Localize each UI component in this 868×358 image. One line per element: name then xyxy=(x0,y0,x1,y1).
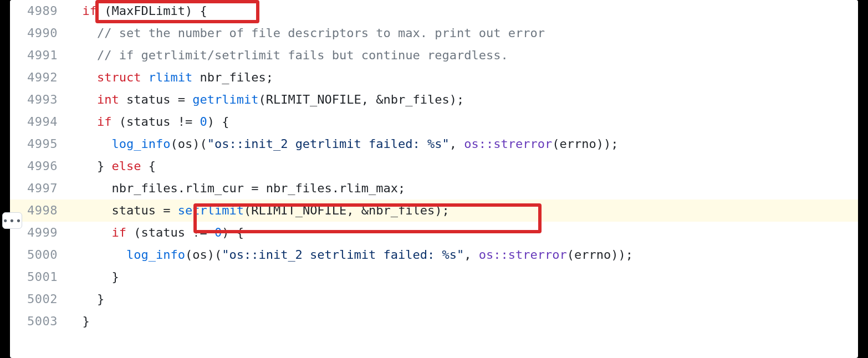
code-line[interactable]: 5001 } xyxy=(10,266,858,288)
code-line[interactable]: 4991 // if getrlimit/setrlimit fails but… xyxy=(10,44,858,67)
code-content: if (status != 0) { xyxy=(68,222,244,244)
code-listing: 4989 if (MaxFDLimit) {4990 // set the nu… xyxy=(10,0,858,333)
code-content: status = setrlimit(RLIMIT_NOFILE, &nbr_f… xyxy=(68,200,450,222)
line-number[interactable]: 4994 xyxy=(10,111,68,133)
code-line[interactable]: 4998 status = setrlimit(RLIMIT_NOFILE, &… xyxy=(10,200,858,222)
line-number[interactable]: 4993 xyxy=(10,89,68,111)
code-line[interactable]: 4990 // set the number of file descripto… xyxy=(10,22,858,44)
code-line[interactable]: 4997 nbr_files.rlim_cur = nbr_files.rlim… xyxy=(10,177,858,200)
code-content: // if getrlimit/setrlimit fails but cont… xyxy=(68,44,508,67)
code-content: log_info(os)("os::init_2 getrlimit faile… xyxy=(68,133,618,155)
code-line[interactable]: 4989 if (MaxFDLimit) { xyxy=(10,0,858,22)
code-content: log_info(os)("os::init_2 setrlimit faile… xyxy=(68,244,633,266)
code-content: nbr_files.rlim_cur = nbr_files.rlim_max; xyxy=(68,177,405,200)
line-number[interactable]: 4992 xyxy=(10,67,68,89)
code-content: if (MaxFDLimit) { xyxy=(68,0,207,22)
line-actions-button[interactable]: ••• xyxy=(2,212,22,229)
code-line[interactable]: 4996 } else { xyxy=(10,155,858,177)
code-panel: 4989 if (MaxFDLimit) {4990 // set the nu… xyxy=(10,0,858,358)
code-line[interactable]: 4994 if (status != 0) { xyxy=(10,111,858,133)
code-line[interactable]: 4995 log_info(os)("os::init_2 getrlimit … xyxy=(10,133,858,155)
code-line[interactable]: 5000 log_info(os)("os::init_2 setrlimit … xyxy=(10,244,858,266)
code-line[interactable]: 5003 } xyxy=(10,310,858,333)
line-number[interactable]: 4996 xyxy=(10,155,68,177)
line-number[interactable]: 5002 xyxy=(10,288,68,310)
line-number[interactable]: 4990 xyxy=(10,22,68,44)
code-content: int status = getrlimit(RLIMIT_NOFILE, &n… xyxy=(68,89,464,111)
line-number[interactable]: 5001 xyxy=(10,266,68,288)
line-number[interactable]: 5003 xyxy=(10,310,68,333)
code-content: if (status != 0) { xyxy=(68,111,229,133)
line-number[interactable]: 4989 xyxy=(10,0,68,22)
line-number[interactable]: 5000 xyxy=(10,244,68,266)
line-number[interactable]: 4991 xyxy=(10,44,68,67)
code-content: } else { xyxy=(68,155,156,177)
code-line[interactable]: 4992 struct rlimit nbr_files; xyxy=(10,67,858,89)
code-line[interactable]: 4993 int status = getrlimit(RLIMIT_NOFIL… xyxy=(10,89,858,111)
code-line[interactable]: 5002 } xyxy=(10,288,858,310)
code-line[interactable]: 4999 if (status != 0) { xyxy=(10,222,858,244)
code-content: } xyxy=(68,310,90,333)
code-content: } xyxy=(68,288,104,310)
dots-icon: ••• xyxy=(2,215,22,227)
screenshot-frame: 4989 if (MaxFDLimit) {4990 // set the nu… xyxy=(0,0,868,358)
line-number[interactable]: 4997 xyxy=(10,177,68,200)
code-content: } xyxy=(68,266,119,288)
line-number[interactable]: 4995 xyxy=(10,133,68,155)
code-content: // set the number of file descriptors to… xyxy=(68,22,545,44)
code-content: struct rlimit nbr_files; xyxy=(68,67,273,89)
